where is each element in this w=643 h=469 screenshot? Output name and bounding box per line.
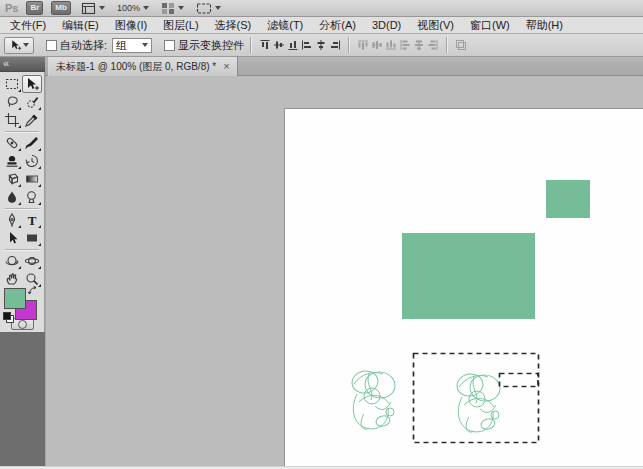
menu-analysis[interactable]: 分析(A): [311, 18, 364, 33]
rectangular-marquee-tool[interactable]: [2, 75, 22, 93]
align-left-edges-button[interactable]: [301, 38, 313, 53]
horizontal-type-tool[interactable]: T: [22, 211, 42, 229]
menu-3d[interactable]: 3D(D): [364, 19, 409, 31]
show-transform-controls-checkbox[interactable]: [164, 40, 175, 51]
canvas-pasteboard: [45, 76, 643, 467]
auto-select-dropdown[interactable]: 组: [112, 38, 152, 53]
app-background-strip: [0, 332, 45, 469]
arrange-documents-button[interactable]: [159, 2, 186, 15]
3d-orbit-tool[interactable]: [22, 252, 42, 270]
view-extras-icon: [81, 2, 96, 15]
tool-preset-picker[interactable]: [4, 37, 34, 54]
auto-select-label: 自动选择:: [60, 38, 107, 53]
arrange-documents-icon: [161, 2, 175, 15]
distribute-bottom-edges-button: [385, 38, 397, 53]
zoom-level-value: 100%: [117, 3, 140, 13]
options-separator: [250, 37, 252, 53]
dropdown-arrow-icon: [142, 43, 148, 47]
launch-bridge-button[interactable]: Br: [26, 1, 43, 15]
tools-panel: T: [0, 72, 45, 332]
type-tool-glyph: T: [28, 214, 37, 227]
move-tool-icon: [9, 38, 22, 52]
show-transform-controls-label: 显示变换控件: [178, 38, 244, 53]
document-canvas[interactable]: [284, 108, 643, 467]
canvas-artwork-overlay: [285, 109, 643, 467]
dropdown-arrow-icon: [143, 6, 149, 10]
menu-window[interactable]: 窗口(W): [462, 18, 518, 33]
application-bar: Ps Br Mb 100%: [0, 0, 643, 17]
menu-image[interactable]: 图像(I): [107, 18, 155, 33]
foreground-color-swatch[interactable]: [4, 288, 26, 309]
quick-mask-circle-icon: [18, 320, 27, 329]
distribute-right-edges-button: [427, 38, 439, 53]
spot-healing-brush-tool[interactable]: [2, 134, 22, 152]
distribute-left-edges-button: [399, 38, 411, 53]
hand-tool[interactable]: [2, 270, 22, 288]
align-horizontal-centers-button[interactable]: [315, 38, 327, 53]
align-top-edges-button[interactable]: [259, 38, 271, 53]
default-foreground-square: [3, 312, 11, 320]
gradient-tool[interactable]: [22, 170, 42, 188]
screen-mode-button[interactable]: [194, 2, 223, 15]
distribute-top-edges-button: [357, 38, 369, 53]
menu-select[interactable]: 选择(S): [207, 18, 260, 33]
ps-logo: Ps: [5, 2, 18, 14]
selection-marquee-small: [500, 374, 539, 387]
auto-select-value: 组: [116, 38, 127, 53]
launch-mini-bridge-button[interactable]: Mb: [51, 1, 71, 15]
swap-colors-icon[interactable]: [27, 283, 39, 295]
photoshop-window: Ps Br Mb 100% 文件(: [0, 0, 643, 469]
screen-mode-icon: [196, 2, 212, 15]
dodge-tool[interactable]: [22, 188, 42, 206]
path-selection-tool[interactable]: [2, 229, 22, 247]
align-right-edges-button[interactable]: [329, 38, 341, 53]
zoom-level-dropdown[interactable]: 100%: [115, 3, 151, 13]
menu-bar: 文件(F) 编辑(E) 图像(I) 图层(L) 选择(S) 滤镜(T) 分析(A…: [0, 17, 643, 34]
3d-rotate-tool[interactable]: [2, 252, 22, 270]
auto-align-layers-button: [455, 38, 467, 53]
tools-panel-collapse-button[interactable]: «: [0, 57, 45, 72]
menu-file[interactable]: 文件(F): [2, 18, 54, 33]
dropdown-arrow-icon: [215, 6, 221, 10]
quick-selection-tool[interactable]: [22, 93, 42, 111]
align-bottom-edges-button[interactable]: [287, 38, 299, 53]
menu-edit[interactable]: 编辑(E): [54, 18, 107, 33]
eraser-tool[interactable]: [2, 170, 22, 188]
tools-grid: T: [0, 72, 44, 288]
distribute-horizontal-centers-button: [413, 38, 425, 53]
dropdown-arrow-icon: [23, 43, 29, 47]
crop-tool[interactable]: [2, 111, 22, 129]
view-extras-button[interactable]: [79, 2, 107, 15]
dropdown-arrow-icon: [178, 6, 184, 10]
align-vertical-centers-button[interactable]: [273, 38, 285, 53]
history-brush-tool[interactable]: [22, 152, 42, 170]
default-colors-icon[interactable]: [3, 312, 14, 323]
brush-tool[interactable]: [22, 134, 42, 152]
rectangle-tool[interactable]: [22, 229, 42, 247]
right-doodle-artwork: [455, 372, 502, 433]
dropdown-arrow-icon: [99, 6, 105, 10]
options-separator: [446, 37, 448, 53]
left-doodle-artwork: [350, 369, 397, 430]
menu-help[interactable]: 帮助(H): [518, 18, 571, 33]
blur-tool[interactable]: [2, 188, 22, 206]
document-tab[interactable]: 未标题-1 @ 100% (图层 0, RGB/8) * ×: [48, 57, 238, 76]
document-tab-bar: 未标题-1 @ 100% (图层 0, RGB/8) * ×: [45, 57, 643, 76]
lasso-tool[interactable]: [2, 93, 22, 111]
clone-stamp-tool[interactable]: [2, 152, 22, 170]
auto-select-checkbox[interactable]: [46, 40, 57, 51]
eyedropper-tool[interactable]: [22, 111, 42, 129]
tab-close-icon[interactable]: ×: [223, 61, 229, 72]
options-separator: [348, 37, 350, 53]
pen-tool[interactable]: [2, 211, 22, 229]
move-tool[interactable]: [22, 75, 42, 93]
distribute-vertical-centers-button: [371, 38, 383, 53]
menu-view[interactable]: 视图(V): [409, 18, 462, 33]
document-tab-title: 未标题-1 @ 100% (图层 0, RGB/8) *: [56, 60, 216, 74]
menu-layer[interactable]: 图层(L): [155, 18, 206, 33]
menu-filter[interactable]: 滤镜(T): [259, 18, 311, 33]
options-bar: 自动选择: 组 显示变换控件: [0, 34, 643, 57]
